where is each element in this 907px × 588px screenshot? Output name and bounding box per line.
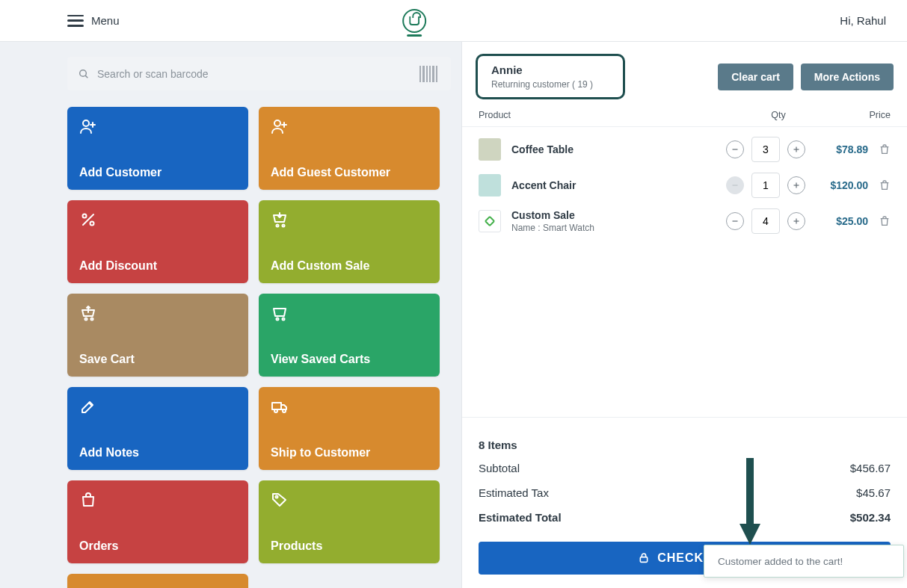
- customer-meta: Returning customer ( 19 ): [491, 79, 609, 90]
- product-thumb: [479, 210, 501, 232]
- product-thumb: [479, 174, 501, 196]
- brand-logo-icon: [402, 9, 426, 33]
- qty-input[interactable]: [751, 208, 780, 234]
- search-icon: [78, 68, 90, 80]
- person-plus-icon: [79, 117, 236, 137]
- line-price: $120.00: [816, 179, 868, 191]
- truck-icon: [271, 397, 428, 417]
- qty-plus-button[interactable]: [787, 212, 805, 230]
- qty-minus-button[interactable]: [726, 212, 744, 230]
- total-label: Estimated Total: [479, 511, 562, 524]
- svg-point-10: [90, 222, 94, 226]
- tile-label: Orders: [79, 539, 236, 553]
- menu-button[interactable]: Menu: [67, 14, 120, 27]
- cart-item: Coffee Table$78.89: [479, 131, 891, 167]
- tile-label: Add Discount: [79, 259, 236, 273]
- tile-label: Add Notes: [79, 446, 236, 459]
- svg-point-16: [283, 318, 285, 321]
- svg-rect-17: [272, 403, 281, 409]
- svg-point-11: [277, 225, 279, 227]
- svg-point-5: [274, 120, 280, 126]
- svg-point-14: [91, 318, 93, 321]
- product-title: Custom SaleName : Smart Watch: [511, 209, 726, 233]
- qty-input[interactable]: [751, 137, 780, 162]
- customer-chip[interactable]: Annie Returning customer ( 19 ): [476, 54, 625, 99]
- product-title: Coffee Table: [511, 143, 726, 155]
- search-input[interactable]: [97, 68, 412, 80]
- tile-products[interactable]: Products: [259, 480, 440, 563]
- tile-save-cart[interactable]: Save Cart: [67, 294, 248, 377]
- customer-name: Annie: [491, 64, 609, 76]
- more-actions-button[interactable]: More Actions: [801, 64, 894, 90]
- tile-ship-to-customer[interactable]: Ship to Customer: [259, 387, 440, 470]
- svg-point-2: [83, 120, 89, 126]
- annotation-arrow-icon: [740, 455, 760, 545]
- svg-point-9: [83, 214, 87, 218]
- svg-point-18: [274, 409, 277, 412]
- tile-label: Save Cart: [79, 353, 236, 366]
- tile-add-notes[interactable]: Add Notes: [67, 387, 248, 470]
- cart-icon: [271, 304, 428, 324]
- toast: Customer added to the cart!: [704, 545, 904, 578]
- tax-value: $45.67: [856, 486, 891, 499]
- search-bar[interactable]: [67, 57, 451, 90]
- clear-cart-button[interactable]: Clear cart: [718, 64, 793, 90]
- cart-item: Custom SaleName : Smart Watch$25.00: [479, 203, 891, 239]
- qty-input[interactable]: [751, 173, 780, 198]
- tile-orders[interactable]: Orders: [67, 480, 248, 563]
- svg-point-13: [85, 318, 87, 321]
- cart-save-icon: [79, 304, 236, 324]
- tag-icon: [271, 491, 428, 510]
- qty-minus-button[interactable]: [726, 140, 744, 158]
- tile-partial[interactable]: [67, 574, 248, 588]
- svg-point-0: [80, 69, 87, 76]
- svg-point-12: [283, 225, 285, 227]
- hamburger-icon: [67, 15, 84, 27]
- line-price: $25.00: [816, 215, 868, 227]
- percent-icon: [79, 211, 236, 230]
- items-count: 8 Items: [479, 431, 891, 456]
- col-product: Product: [479, 110, 734, 120]
- menu-label: Menu: [91, 14, 120, 27]
- tile-add-customer[interactable]: Add Customer: [67, 107, 248, 190]
- edit-icon: [79, 397, 236, 417]
- col-qty: Qty: [734, 110, 823, 120]
- lock-icon: [638, 552, 650, 564]
- col-price: Price: [823, 110, 891, 120]
- tile-label: Ship to Customer: [271, 446, 428, 459]
- svg-point-19: [283, 409, 286, 412]
- product-sub: Name : Smart Watch: [511, 223, 726, 233]
- greeting: Hi, Rahul: [840, 14, 886, 27]
- svg-marker-32: [740, 524, 760, 545]
- product-thumb: [479, 138, 501, 161]
- qty-minus-button: [726, 176, 744, 194]
- tile-label: View Saved Carts: [271, 353, 428, 366]
- subtotal-value: $456.67: [850, 462, 891, 474]
- tax-label: Estimated Tax: [479, 486, 549, 499]
- qty-plus-button[interactable]: [787, 140, 805, 158]
- svg-line-1: [85, 75, 87, 78]
- trash-icon[interactable]: [879, 143, 891, 155]
- tile-add-discount[interactable]: Add Discount: [67, 200, 248, 283]
- product-title: Accent Chair: [511, 179, 726, 191]
- svg-point-15: [277, 318, 279, 321]
- svg-line-8: [83, 214, 93, 225]
- line-price: $78.89: [816, 143, 868, 155]
- tile-view-saved-carts[interactable]: View Saved Carts: [259, 294, 440, 377]
- toast-text: Customer added to the cart!: [718, 556, 843, 567]
- subtotal-label: Subtotal: [479, 462, 520, 474]
- total-value: $502.34: [850, 511, 891, 524]
- svg-point-20: [276, 496, 278, 498]
- qty-plus-button[interactable]: [787, 176, 805, 194]
- svg-rect-30: [640, 557, 647, 563]
- trash-icon[interactable]: [879, 215, 891, 227]
- cart-item: Accent Chair$120.00: [479, 167, 891, 203]
- trash-icon[interactable]: [879, 179, 891, 191]
- bag-icon: [79, 491, 236, 510]
- barcode-icon[interactable]: [419, 66, 440, 82]
- tile-label: Add Customer: [79, 166, 236, 179]
- tile-label: Products: [271, 539, 428, 553]
